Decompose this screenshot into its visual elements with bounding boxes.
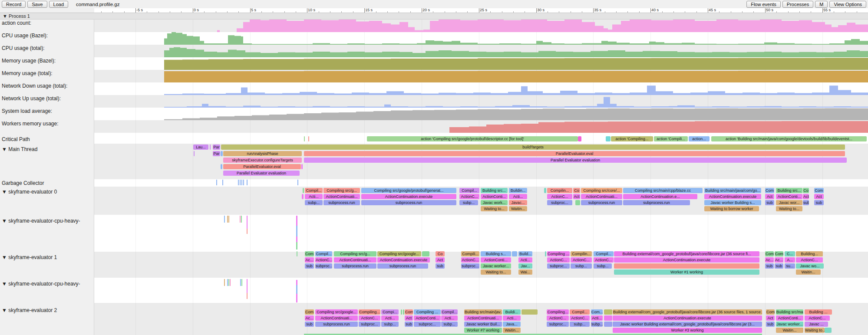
trace-event[interactable]: Par (213, 145, 220, 150)
trace-event[interactable]: subproc... (461, 263, 479, 269)
trace-event[interactable]: Act (814, 194, 824, 199)
trace-event-sliver[interactable] (296, 280, 297, 285)
trace-event[interactable]: Javac... (509, 200, 527, 205)
trace-event[interactable]: Compili... (461, 251, 479, 256)
track-label-skyframe-evaluator-0[interactable]: ▼ skyframe-evaluator 0 (2, 189, 93, 195)
trace-event[interactable]: Com (305, 251, 314, 256)
trace-event-sliver[interactable] (247, 293, 248, 299)
trace-event[interactable]: Compil... (570, 309, 590, 315)
trace-event[interactable]: Worker #1 working (614, 269, 759, 275)
trace-event[interactable]: Act (766, 315, 775, 321)
trace-event[interactable]: Building external/com_google_protobuf/ja… (613, 309, 762, 315)
trace-event[interactable]: ActionC... (461, 257, 479, 263)
trace-event[interactable] (303, 188, 304, 193)
trace-event[interactable]: Waitin... (503, 328, 521, 333)
trace-event[interactable]: Javac worker Buil... (464, 322, 502, 327)
trace-event[interactable]: subprocess.run (623, 200, 690, 205)
trace-event[interactable]: Compilin... (547, 188, 572, 193)
trace-event[interactable]: subp... (570, 322, 590, 327)
trace-event[interactable] (575, 200, 580, 205)
track-label-skyframe-evaluator-cpu-heavy[interactable]: ▼ skyframe-evaluator-cpu-heavy- (2, 218, 93, 224)
trace-event-sliver[interactable] (224, 279, 225, 286)
trace-event-sliver[interactable] (243, 180, 244, 185)
trace-event[interactable]: subp... (459, 200, 478, 205)
trace-event-sliver[interactable] (216, 180, 217, 185)
trace-event[interactable]: Javac work... (481, 200, 508, 205)
trace-event[interactable] (606, 136, 611, 141)
trace-event[interactable]: Compil... (305, 188, 323, 193)
trace-event[interactable]: ActionC... (547, 315, 569, 321)
trace-event[interactable]: Com (814, 188, 824, 193)
flow-events-button[interactable]: Flow events (746, 1, 781, 8)
trace-event[interactable]: Co (573, 188, 580, 193)
trace-event[interactable]: Jav... (518, 263, 532, 269)
trace-event[interactable]: subp... (305, 200, 323, 205)
track-label-main-thread[interactable]: ▼ Main Thread (2, 146, 93, 152)
trace-event[interactable] (614, 263, 759, 269)
trace-event[interactable]: Compiling... (359, 309, 380, 315)
trace-event-sliver[interactable] (227, 279, 228, 286)
trace-event[interactable]: Acti... (509, 194, 527, 199)
trace-event[interactable]: Co (436, 251, 445, 256)
trace-event[interactable] (604, 309, 612, 315)
trace-event[interactable]: Waiting to... (805, 328, 825, 333)
trace-event[interactable]: ActionC... (796, 257, 823, 263)
trace-event[interactable]: ActionContinuation.execute (704, 194, 761, 199)
trace-event[interactable]: Compiling src/google... (315, 309, 358, 315)
trace-event[interactable]: Building src/main/jav... (464, 309, 502, 315)
trace-event[interactable]: subproc... (414, 322, 441, 327)
trace-event[interactable]: Com (405, 309, 413, 315)
trace-event[interactable]: Co (803, 188, 809, 193)
trace-event[interactable]: ActionC... (805, 315, 830, 321)
trace-event[interactable]: sub (305, 322, 314, 327)
trace-event[interactable]: subprocess.run (334, 263, 376, 269)
trace-event[interactable]: ParallelEvaluator.eval (304, 151, 845, 156)
trace-event[interactable]: Waitin... (776, 328, 803, 333)
trace-event-sliver[interactable] (240, 279, 241, 286)
trace-event[interactable]: Building src... (481, 188, 508, 193)
trace-event[interactable] (221, 164, 222, 169)
trace-event[interactable]: Compiling src/google/protobuf/generat... (361, 188, 456, 193)
trace-event[interactable]: Compiling... (547, 309, 569, 315)
trace-event[interactable]: ActionC... (571, 257, 592, 263)
trace-event[interactable]: Buildi... (503, 309, 521, 315)
trace-event[interactable]: ActionContinuati... (464, 315, 502, 321)
trace-event[interactable]: Com (765, 251, 774, 256)
trace-event[interactable]: ActionContinuation.execute (377, 257, 430, 263)
trace-event-sliver[interactable] (241, 279, 242, 286)
track-label-garbage-collector[interactable]: Garbage Collector (2, 180, 93, 186)
trace-event[interactable]: Ac... (305, 257, 314, 263)
trace-event[interactable]: Act (765, 194, 774, 199)
trace-event[interactable]: subp... (591, 322, 603, 327)
trace-event[interactable]: Wai... (518, 269, 532, 275)
trace-event[interactable] (221, 151, 223, 156)
trace-event-sliver[interactable] (247, 279, 248, 293)
trace-event[interactable]: ActionContinuation.execute (614, 257, 759, 263)
trace-event[interactable]: sub (305, 263, 314, 269)
trace-event[interactable]: Ac... (305, 315, 314, 321)
trace-event[interactable]: Compil... (315, 251, 332, 256)
trace-event[interactable]: Acti... (503, 315, 521, 321)
trace-event[interactable]: ActionConti... (414, 315, 441, 321)
trace-event[interactable]: Javac wor... (776, 200, 802, 205)
trace-event[interactable]: subp... (571, 263, 592, 269)
trace-event[interactable]: C... (785, 251, 795, 256)
trace-event[interactable]: Compiling src/core/... (581, 188, 622, 193)
trace-event[interactable]: Waiting to... (481, 206, 508, 211)
trace-event[interactable]: Javac wo... (796, 263, 824, 269)
trace-event[interactable]: ActionC... (315, 257, 332, 263)
trace-event-sliver[interactable] (247, 180, 248, 185)
trace-event[interactable] (302, 194, 304, 199)
trace-event[interactable]: Building src/main/java/com/go... (704, 188, 761, 193)
processes-button[interactable]: Processes (782, 1, 813, 8)
trace-event[interactable]: action 'Compili... (654, 136, 688, 141)
trace-event[interactable]: Java... (503, 322, 521, 327)
track-label-skyframe-evaluator-cpu-heavy[interactable]: ▼ skyframe-evaluator-cpu-heavy- (2, 281, 93, 287)
trace-event[interactable]: Com (305, 309, 314, 315)
trace-event[interactable] (401, 309, 402, 315)
trace-event[interactable]: ActionConti... (776, 194, 802, 199)
trace-event[interactable]: Waiting to... (776, 206, 802, 211)
trace-event[interactable]: Building ... (805, 309, 832, 315)
trace-event[interactable]: action 'Compiling src/google/protobuf/de… (367, 136, 578, 141)
trace-event[interactable]: action 'Compiling... (611, 136, 653, 141)
